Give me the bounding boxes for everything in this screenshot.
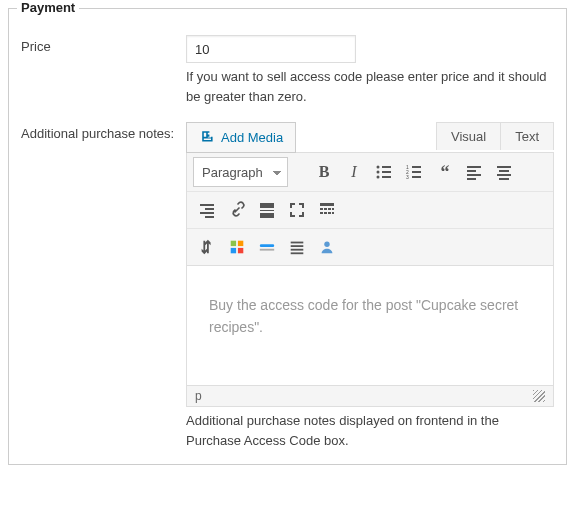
svg-rect-1 bbox=[382, 166, 391, 168]
svg-rect-3 bbox=[382, 171, 391, 173]
svg-rect-23 bbox=[205, 216, 214, 218]
price-row: Price If you want to sell access code pl… bbox=[21, 35, 554, 106]
svg-rect-13 bbox=[467, 170, 476, 172]
svg-rect-40 bbox=[260, 244, 274, 247]
fullscreen-button[interactable] bbox=[283, 196, 311, 224]
bold-button[interactable]: B bbox=[310, 158, 338, 186]
tab-text[interactable]: Text bbox=[501, 122, 554, 150]
read-more-button[interactable] bbox=[253, 196, 281, 224]
svg-rect-30 bbox=[328, 208, 331, 210]
svg-rect-20 bbox=[200, 204, 214, 206]
svg-point-46 bbox=[324, 242, 329, 247]
panel-title: Payment bbox=[17, 0, 79, 15]
svg-rect-24 bbox=[260, 203, 274, 208]
svg-rect-17 bbox=[499, 170, 509, 172]
svg-rect-31 bbox=[332, 208, 334, 210]
italic-button[interactable]: I bbox=[340, 158, 368, 186]
format-select[interactable]: Paragraph bbox=[193, 157, 288, 187]
editor-toolbar: Paragraph B I 123 “ bbox=[186, 152, 554, 266]
svg-rect-41 bbox=[260, 249, 274, 251]
svg-rect-45 bbox=[291, 252, 304, 254]
add-media-button[interactable]: Add Media bbox=[186, 122, 296, 153]
svg-rect-22 bbox=[200, 212, 214, 214]
svg-rect-14 bbox=[467, 174, 481, 176]
align-center-button[interactable] bbox=[490, 158, 518, 186]
price-help: If you want to sell access code please e… bbox=[186, 67, 554, 106]
grid-icon[interactable] bbox=[223, 233, 251, 261]
svg-rect-37 bbox=[238, 241, 243, 246]
add-media-label: Add Media bbox=[221, 130, 283, 145]
resize-handle[interactable] bbox=[533, 390, 545, 402]
svg-rect-44 bbox=[291, 249, 304, 251]
svg-rect-29 bbox=[324, 208, 327, 210]
svg-rect-11 bbox=[412, 176, 421, 178]
price-input[interactable] bbox=[186, 35, 356, 63]
svg-rect-34 bbox=[328, 212, 331, 214]
svg-text:3: 3 bbox=[406, 174, 409, 180]
blockquote-button[interactable]: “ bbox=[430, 158, 458, 186]
notes-help: Additional purchase notes displayed on f… bbox=[186, 411, 554, 450]
svg-rect-27 bbox=[320, 203, 334, 206]
sort-icon[interactable] bbox=[193, 233, 221, 261]
svg-rect-21 bbox=[205, 208, 214, 210]
svg-point-4 bbox=[377, 176, 380, 179]
svg-rect-42 bbox=[291, 242, 304, 244]
editor-statusbar: p bbox=[186, 386, 554, 407]
price-label: Price bbox=[21, 35, 186, 106]
svg-rect-16 bbox=[497, 166, 511, 168]
hr-blue-icon[interactable] bbox=[253, 233, 281, 261]
svg-rect-39 bbox=[238, 248, 243, 253]
notes-label: Additional purchase notes: bbox=[21, 122, 186, 450]
element-path[interactable]: p bbox=[195, 389, 202, 403]
svg-rect-25 bbox=[260, 210, 274, 211]
svg-rect-12 bbox=[467, 166, 481, 168]
number-list-button[interactable]: 123 bbox=[400, 158, 428, 186]
svg-rect-26 bbox=[260, 213, 274, 218]
align-right-button[interactable] bbox=[193, 196, 221, 224]
svg-rect-19 bbox=[499, 178, 509, 180]
notes-row: Additional purchase notes: Add Media Vis… bbox=[21, 122, 554, 450]
svg-rect-15 bbox=[467, 178, 476, 180]
svg-rect-18 bbox=[497, 174, 511, 176]
link-button[interactable] bbox=[223, 196, 251, 224]
svg-rect-7 bbox=[412, 166, 421, 168]
svg-rect-32 bbox=[320, 212, 323, 214]
justify-icon[interactable] bbox=[283, 233, 311, 261]
svg-rect-28 bbox=[320, 208, 323, 210]
svg-rect-35 bbox=[332, 212, 334, 214]
svg-rect-9 bbox=[412, 171, 421, 173]
svg-rect-33 bbox=[324, 212, 327, 214]
media-icon bbox=[199, 128, 215, 147]
editor-content[interactable]: Buy the access code for the post "Cupcak… bbox=[186, 266, 554, 386]
align-left-button[interactable] bbox=[460, 158, 488, 186]
payment-panel: Payment Price If you want to sell access… bbox=[8, 8, 567, 465]
svg-point-0 bbox=[377, 166, 380, 169]
toolbar-toggle-button[interactable] bbox=[313, 196, 341, 224]
svg-point-2 bbox=[377, 171, 380, 174]
bullet-list-button[interactable] bbox=[370, 158, 398, 186]
svg-rect-43 bbox=[291, 245, 304, 247]
svg-rect-5 bbox=[382, 176, 391, 178]
svg-rect-38 bbox=[231, 248, 236, 253]
user-icon[interactable] bbox=[313, 233, 341, 261]
tab-visual[interactable]: Visual bbox=[436, 122, 501, 150]
svg-rect-36 bbox=[231, 241, 236, 246]
